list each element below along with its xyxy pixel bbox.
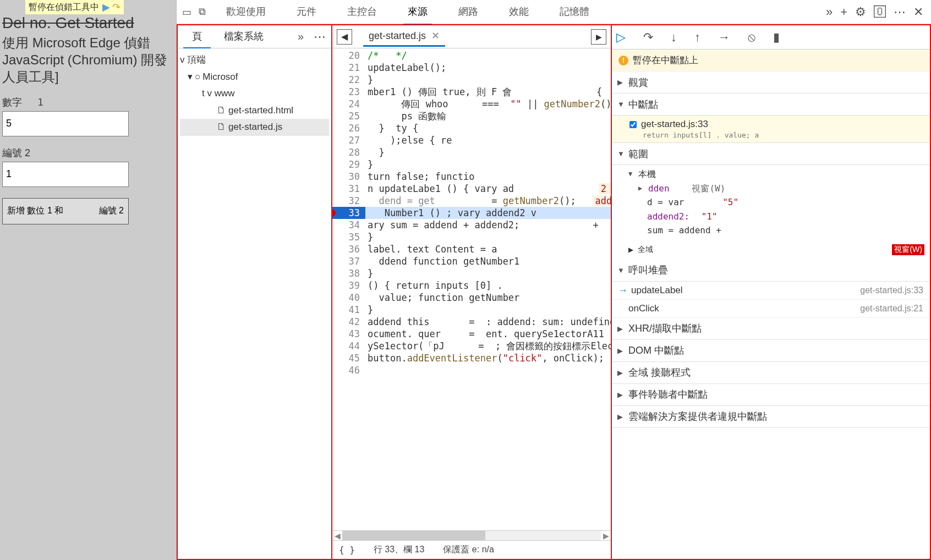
file-icon: 🗋 (216, 123, 226, 133)
add-button[interactable]: 新增 數位 1 和 編號 2 (2, 198, 129, 224)
step-into-button-icon[interactable]: ↓ (671, 30, 677, 45)
nav-menu-icon[interactable]: ⋯ (314, 30, 326, 44)
step-button-icon[interactable]: → (718, 30, 730, 45)
tree-top[interactable]: v頂端 (180, 52, 329, 69)
deactivate-breakpoints-icon[interactable]: ⦸ (748, 30, 755, 45)
current-frame-icon: → (618, 285, 628, 296)
field1-label: 數字1 (2, 97, 43, 108)
tree-file-js[interactable]: 🗋get-started.js (180, 119, 329, 136)
paused-overlay: 暫停在偵錯工具中 ▶ ↷ (25, 0, 124, 14)
pause-exceptions-icon[interactable]: ▮ (773, 30, 780, 45)
debugger-panel: ▷ ↷ ↓ ↑ → ⦸ ▮ ! 暫停在中斷點上 ▶觀賞 ▼中斷點 get-sta… (612, 25, 930, 559)
devtools-tab[interactable]: 元件 (292, 0, 321, 25)
devtools-toolbar: ▭ ⧉ 歡迎使用元件主控台來源網路效能記憶體 » + ⚙ 🄾 ⋯ ✕ (177, 0, 931, 24)
callstack-section[interactable]: ▼呼叫堆疊 (612, 260, 930, 282)
tree-file-html[interactable]: 🗋get-started.html (180, 102, 329, 119)
more-tabs-icon[interactable]: » (826, 5, 833, 19)
inspect-icon[interactable]: ▭ (180, 6, 193, 19)
editor-status: { } 行 33、欄 13 保護蓋 e: n/a (332, 540, 611, 559)
breakpoints-section[interactable]: ▼中斷點 (612, 94, 930, 116)
step-over-button-icon[interactable]: ↷ (643, 30, 653, 45)
menu-icon[interactable]: ⋯ (894, 5, 906, 19)
devtools-tab[interactable]: 歡迎使用 (222, 0, 270, 25)
breakpoint-checkbox[interactable] (629, 121, 637, 128)
navigator-panel: 頁 檔案系統 » ⋯ v頂端 ▾○Microsof t v www 🗋get-s… (178, 25, 332, 559)
add-tab-icon[interactable]: + (840, 5, 847, 19)
callstack-frame[interactable]: → updateLabel get-started.js:33 (612, 282, 930, 300)
settings-icon[interactable]: ⚙ (855, 5, 866, 19)
nav-tab-filesystem[interactable]: 檔案系統 (215, 25, 272, 48)
xhr-section[interactable]: ▶XHR/擷取中斷點 (612, 318, 930, 340)
paused-banner: ! 暫停在中斷點上 (612, 50, 930, 72)
devtools-tab[interactable]: 網路 (454, 0, 483, 25)
step-over-icon[interactable]: ↷ (112, 1, 121, 13)
number2-input[interactable] (2, 162, 129, 187)
editor-panel: ◀ get-started.js ✕ ▶ 2021222324252627282… (332, 25, 612, 559)
nav-more-icon[interactable]: » (298, 30, 304, 43)
csp-section[interactable]: ▶雲端解決方案提供者違規中斷點 (612, 406, 930, 428)
devtools: ▭ ⧉ 歡迎使用元件主控台來源網路效能記憶體 » + ⚙ 🄾 ⋯ ✕ 頁 檔案系… (176, 0, 931, 560)
editor-code[interactable]: /* */updateLabel();}mber1 () 傳回 true, 則 … (365, 48, 611, 530)
warning-icon: ! (618, 56, 628, 65)
scope-section[interactable]: ▼範圍 (612, 143, 930, 165)
debugger-toolbar: ▷ ↷ ↓ ↑ → ⦸ ▮ (612, 25, 930, 50)
scope-global[interactable]: ▶全域 視窗(W) (612, 242, 930, 260)
resume-icon[interactable]: ▶ (102, 1, 110, 13)
tree-path[interactable]: t v www (180, 85, 329, 102)
global-listeners-section[interactable]: ▶全域 接聽程式 (612, 362, 930, 384)
resume-button-icon[interactable]: ▷ (616, 30, 626, 45)
callstack-frame[interactable]: onClick get-started.js:21 (612, 300, 930, 318)
devtools-tab[interactable]: 來源 (403, 0, 432, 25)
close-devtools-icon[interactable]: ✕ (913, 5, 923, 19)
demo-page-pane: 暫停在偵錯工具中 ▶ ↷ Del no. Get Started 使用 Micr… (0, 0, 176, 560)
event-listener-section[interactable]: ▶事件聆聽者中斷點 (612, 384, 930, 406)
issues-icon[interactable]: 🄾 (874, 5, 886, 19)
field2-label: 編號 2 (2, 147, 30, 158)
demo-title: Del no. Get Started (2, 14, 174, 32)
scope-local: ▼本機 ▶dden 視窗(W) d = var "5" addend2: "1"… (612, 165, 930, 242)
pretty-print-icon[interactable]: { } (339, 545, 355, 555)
devtools-tab[interactable]: 記憶體 (555, 0, 594, 25)
file-tree: v頂端 ▾○Microsof t v www 🗋get-started.html… (178, 48, 331, 139)
devtools-tab[interactable]: 效能 (505, 0, 533, 25)
watch-section[interactable]: ▶觀賞 (612, 72, 930, 94)
editor-gutter[interactable]: 2021222324252627282930313233343536373839… (332, 48, 365, 530)
hide-navigator-icon[interactable]: ◀ (337, 29, 352, 45)
file-icon: 🗋 (216, 106, 226, 116)
close-tab-icon[interactable]: ✕ (431, 30, 440, 42)
device-toggle-icon[interactable]: ⧉ (195, 6, 209, 19)
editor-hscroll[interactable]: ◀▶ (332, 530, 611, 540)
step-out-button-icon[interactable]: ↑ (694, 30, 700, 45)
tree-domain[interactable]: ▾○Microsof (180, 69, 329, 86)
cursor-position: 行 33、欄 13 (374, 544, 424, 556)
dom-section[interactable]: ▶DOM 中斷點 (612, 340, 930, 362)
coverage-status: 保護蓋 e: n/a (443, 544, 494, 556)
hide-debugger-icon[interactable]: ▶ (591, 29, 606, 45)
nav-tab-page[interactable]: 頁 (183, 25, 211, 48)
number1-input[interactable] (2, 111, 129, 136)
demo-subtitle: 使用 Microsoft Edge 偵錯 JavaScript (Chromiu… (2, 34, 174, 86)
devtools-tab[interactable]: 主控台 (343, 0, 381, 25)
editor-file-tab[interactable]: get-started.js ✕ (363, 26, 445, 47)
breakpoint-item[interactable]: get-started.js:33 return inputs[l] . val… (612, 116, 930, 143)
paused-overlay-text: 暫停在偵錯工具中 (29, 2, 99, 13)
